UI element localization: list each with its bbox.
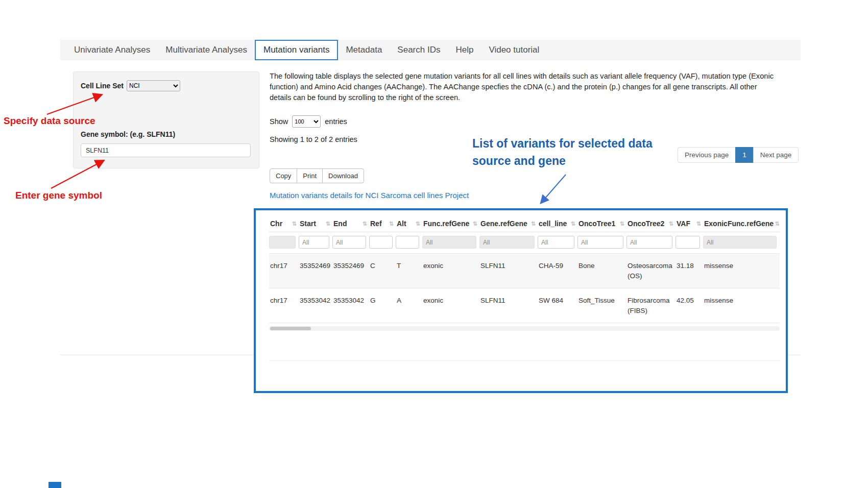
sort-icon[interactable]: ⇅ (292, 221, 297, 227)
column-header-cell-line[interactable]: cell_line⇅ (538, 216, 577, 232)
cell-cell-line: CHA-59 (538, 254, 577, 288)
column-header-vaf[interactable]: VAF⇅ (676, 216, 703, 232)
column-header-oncotree2[interactable]: OncoTree2⇅ (626, 216, 676, 232)
sort-icon[interactable]: ⇅ (775, 221, 779, 227)
table-row[interactable]: chr17 35353042 35353042 G A exonic SLFN1… (269, 288, 780, 323)
cell-end: 35353042 (332, 288, 369, 323)
cell-oncotree1: Bone (577, 254, 626, 288)
cell-cell-line: SW 684 (538, 288, 577, 323)
filter-input-ref[interactable] (369, 236, 393, 249)
column-header-chr[interactable]: Chr⇅ (269, 216, 299, 232)
variants-table-container: Chr⇅ Start⇅ End⇅ Ref⇅ Alt⇅ Func.refGene⇅… (254, 208, 788, 393)
column-header-oncotree1[interactable]: OncoTree1⇅ (577, 216, 626, 232)
cell-start: 35353042 (299, 288, 332, 323)
table-header-row: Chr⇅ Start⇅ End⇅ Ref⇅ Alt⇅ Func.refGene⇅… (269, 216, 780, 232)
sort-icon[interactable]: ⇅ (473, 221, 477, 227)
control-panel: Cell Line Set NCI Gene symbol: (e.g. SLF… (73, 71, 259, 168)
filter-input-chr[interactable] (269, 236, 296, 249)
column-header-start[interactable]: Start⇅ (299, 216, 332, 232)
column-header-exonicfunc-refgene[interactable]: ExonicFunc.refGene⇅ (703, 216, 780, 232)
filter-input-vaf[interactable] (676, 236, 700, 249)
sort-icon[interactable]: ⇅ (620, 221, 624, 227)
column-header-gene-refgene[interactable]: Gene.refGene⇅ (479, 216, 538, 232)
filter-input-end[interactable] (332, 236, 366, 249)
cell-start: 35352469 (299, 254, 332, 288)
table-row[interactable]: chr17 35352469 35352469 C T exonic SLFN1… (269, 254, 780, 288)
cell-alt: A (396, 288, 422, 323)
column-header-func-refgene[interactable]: Func.refGene⇅ (422, 216, 479, 232)
show-entries-control: Show 100 entries (270, 115, 347, 128)
blue-arrow-to-table (541, 175, 566, 203)
filter-input-exonicfunc-refgene[interactable] (703, 236, 777, 249)
cell-chr: chr17 (269, 288, 299, 323)
show-label: Show (270, 117, 288, 126)
cell-exonicfunc-refgene: missense (703, 254, 780, 288)
horizontal-scrollbar[interactable] (269, 326, 780, 331)
filter-input-oncotree2[interactable] (626, 236, 672, 249)
sort-icon[interactable]: ⇅ (389, 221, 394, 227)
filter-input-oncotree1[interactable] (577, 236, 623, 249)
sort-icon[interactable]: ⇅ (326, 221, 330, 227)
filter-input-func-refgene[interactable] (422, 236, 476, 249)
gene-symbol-input[interactable] (81, 143, 251, 157)
cell-line-set-select[interactable]: NCI (127, 80, 180, 91)
entries-label: entries (325, 117, 347, 126)
cell-line-set-label: Cell Line Set (81, 82, 124, 90)
pagination: Previous page 1 Next page (678, 147, 799, 163)
cell-vaf: 31.18 (676, 254, 703, 288)
next-page-button[interactable]: Next page (753, 147, 799, 163)
table-description: The following table displays the selecte… (270, 71, 779, 103)
tab-search-ids[interactable]: Search IDs (390, 40, 448, 60)
tab-univariate-analyses[interactable]: Univariate Analyses (66, 40, 158, 60)
cell-chr: chr17 (269, 254, 299, 288)
tab-multivariate-analyses[interactable]: Multivariate Analyses (158, 40, 255, 60)
entries-per-page-select[interactable]: 100 (292, 115, 321, 128)
tab-help[interactable]: Help (448, 40, 481, 60)
filter-input-start[interactable] (299, 236, 329, 249)
cell-gene-refgene: SLFN11 (479, 288, 538, 323)
cell-ref: C (369, 254, 396, 288)
cell-func-refgene: exonic (422, 254, 479, 288)
tab-video-tutorial[interactable]: Video tutorial (481, 40, 547, 60)
sort-icon[interactable]: ⇅ (363, 221, 367, 227)
cell-ref: G (369, 288, 396, 323)
page-number-button[interactable]: 1 (735, 147, 754, 163)
gene-symbol-label: Gene symbol: (e.g. SLFN11) (81, 130, 252, 138)
sort-icon[interactable]: ⇅ (696, 221, 701, 227)
table-bottom-divider (269, 360, 780, 361)
cell-end: 35352469 (332, 254, 369, 288)
bottom-left-decoration (49, 482, 61, 488)
tab-mutation-variants[interactable]: Mutation variants (255, 40, 338, 60)
sort-icon[interactable]: ⇅ (571, 221, 575, 227)
sort-icon[interactable]: ⇅ (416, 221, 420, 227)
table-filter-row (269, 232, 780, 254)
previous-page-button[interactable]: Previous page (678, 147, 736, 163)
cell-oncotree2: Osteosarcoma (OS) (626, 254, 676, 288)
top-navbar: Univariate Analyses Multivariate Analyse… (60, 40, 801, 60)
table-caption: Mutation variants details for NCI Sarcom… (270, 191, 469, 200)
showing-entries-status: Showing 1 to 2 of 2 entries (270, 135, 357, 143)
sort-icon[interactable]: ⇅ (531, 221, 536, 227)
sort-icon[interactable]: ⇅ (669, 221, 673, 227)
filter-input-cell-line[interactable] (538, 236, 574, 249)
annotation-variants-list: List of variants for selected data sourc… (472, 135, 677, 169)
annotation-enter-gene-symbol: Enter gene symbol (15, 190, 102, 201)
cell-oncotree1: Soft_Tissue (577, 288, 626, 323)
cell-gene-refgene: SLFN11 (479, 254, 538, 288)
cell-oncotree2: Fibrosarcoma (FIBS) (626, 288, 676, 323)
column-header-end[interactable]: End⇅ (332, 216, 369, 232)
annotation-specify-data-source: Specify data source (4, 115, 95, 127)
cell-vaf: 42.05 (676, 288, 703, 323)
variants-table: Chr⇅ Start⇅ End⇅ Ref⇅ Alt⇅ Func.refGene⇅… (269, 216, 780, 323)
print-button[interactable]: Print (297, 168, 323, 183)
download-button[interactable]: Download (322, 168, 364, 183)
cell-alt: T (396, 254, 422, 288)
scrollbar-thumb[interactable] (270, 327, 311, 330)
filter-input-gene-refgene[interactable] (479, 236, 535, 249)
export-button-group: Copy Print Download (270, 168, 364, 183)
copy-button[interactable]: Copy (270, 168, 297, 183)
column-header-ref[interactable]: Ref⇅ (369, 216, 396, 232)
column-header-alt[interactable]: Alt⇅ (396, 216, 422, 232)
tab-metadata[interactable]: Metadata (338, 40, 390, 60)
filter-input-alt[interactable] (396, 236, 419, 249)
